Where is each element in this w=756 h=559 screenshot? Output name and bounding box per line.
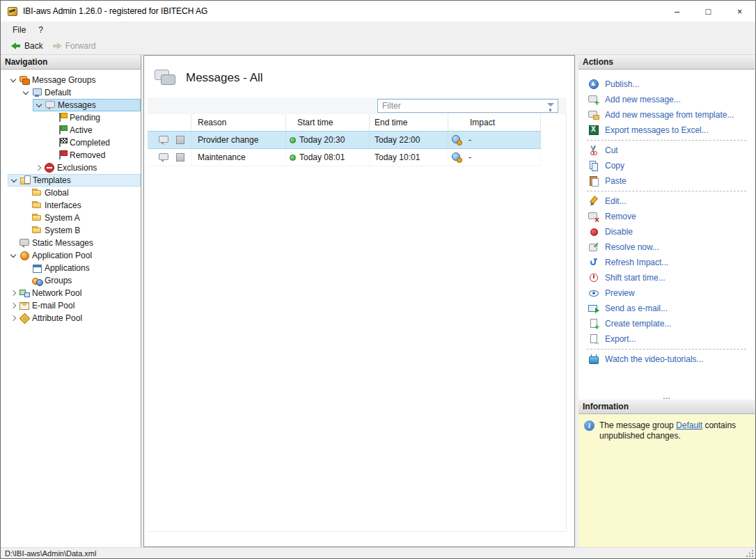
cell-end-time: Today 10:01: [370, 149, 448, 166]
column-header-start-time[interactable]: Start time: [286, 114, 370, 131]
table-row[interactable]: Provider change Today 20:30 Today 22:00 …: [148, 131, 541, 149]
tree-item-label: Global: [42, 188, 69, 198]
filter-input[interactable]: [377, 99, 558, 113]
title-bar: IBI-aws Admin 1.26.0 - registered for IB…: [1, 1, 755, 22]
tree-item-global[interactable]: Global: [1, 187, 141, 199]
tree-item-messages[interactable]: Messages: [1, 99, 141, 111]
action-label: Shift start time...: [599, 273, 666, 283]
actions-panel: Actions Publish... Add new message... Ad…: [578, 55, 755, 400]
maximize-button[interactable]: □: [693, 1, 724, 22]
column-header-end-time[interactable]: End time: [370, 114, 448, 131]
info-text-before: The message group: [599, 420, 676, 430]
refresh-icon: [588, 257, 599, 268]
action-export-to-excel[interactable]: Export messages to Excel...: [578, 123, 755, 138]
action-label: Send as e-mail...: [599, 304, 668, 313]
tree-item-applications[interactable]: Applications: [1, 262, 141, 274]
chevron-down-icon[interactable]: [8, 74, 19, 86]
tree-indent-spacer: [45, 136, 56, 149]
chevron-right-icon[interactable]: [8, 312, 19, 324]
tree-item-attribute-pool[interactable]: Attribute Pool: [1, 312, 141, 324]
tree-item-network-pool[interactable]: Network Pool: [1, 287, 141, 299]
forward-button[interactable]: Forward: [47, 38, 100, 54]
tree-item-templates[interactable]: Templates: [1, 174, 141, 187]
chevron-down-icon[interactable]: [8, 249, 19, 262]
messages-list: Reason Start time End time Impact Provid…: [148, 114, 567, 532]
menu-help[interactable]: ?: [32, 22, 49, 38]
toolbar: Back Forward: [1, 38, 755, 55]
action-refresh-impact[interactable]: Refresh Impact...: [578, 255, 755, 270]
action-cut[interactable]: Cut: [578, 143, 755, 158]
tree-indent-spacer: [20, 199, 31, 212]
action-add-new-message[interactable]: Add new message...: [578, 92, 755, 107]
action-resolve-now[interactable]: Resolve now...: [578, 239, 755, 255]
tree-item-label: Pending: [68, 113, 100, 123]
action-watch-video-tutorials[interactable]: Watch the video-tutorials...: [578, 352, 755, 367]
impact-globe-icon: [452, 134, 463, 145]
action-label: Export messages to Excel...: [599, 125, 709, 135]
chevron-down-icon[interactable]: [8, 174, 19, 187]
folder-icon: [31, 212, 42, 223]
column-header-icons: [148, 114, 191, 131]
separator: [587, 349, 746, 349]
chevron-right-icon[interactable]: [33, 162, 44, 174]
tree-item-exclusions[interactable]: Exclusions: [1, 162, 141, 174]
action-edit[interactable]: Edit...: [578, 194, 755, 209]
actions-overflow[interactable]: ...: [578, 392, 755, 400]
information-body: The message group Default contains unpub…: [578, 414, 755, 547]
action-shift-start-time[interactable]: Shift start time...: [578, 270, 755, 285]
tree-item-default[interactable]: Default: [1, 86, 141, 99]
tree-item-label: Exclusions: [55, 163, 97, 173]
create-template-icon: [588, 318, 599, 329]
tree-item-completed[interactable]: Completed: [1, 136, 141, 149]
impact-globe-icon: [452, 152, 463, 163]
tree-item-groups[interactable]: Groups: [1, 274, 141, 287]
table-row[interactable]: Maintenance Today 08:01 Today 10:01 -: [148, 149, 541, 166]
network-pool-icon: [19, 288, 30, 299]
exclusions-icon: [44, 162, 55, 173]
tree-item-removed[interactable]: Removed: [1, 149, 141, 162]
tree-item-label: Templates: [31, 175, 71, 185]
close-button[interactable]: ×: [724, 1, 755, 22]
tree-item-system-a[interactable]: System A: [1, 212, 141, 224]
action-add-message-from-template[interactable]: Add new message from template...: [578, 107, 755, 123]
applications-icon: [31, 262, 42, 274]
chevron-right-icon[interactable]: [8, 299, 19, 312]
action-label: Copy: [599, 161, 624, 171]
action-paste[interactable]: Paste: [578, 173, 755, 189]
back-button[interactable]: Back: [6, 38, 47, 54]
menu-file[interactable]: File: [6, 22, 32, 38]
tree-indent-spacer: [20, 262, 31, 274]
tree-item-message-groups[interactable]: Message Groups: [1, 74, 141, 86]
column-header-reason[interactable]: Reason: [191, 114, 286, 131]
minimize-button[interactable]: –: [661, 1, 693, 22]
action-export[interactable]: Export...: [578, 331, 755, 347]
tree-item-system-b[interactable]: System B: [1, 224, 141, 237]
column-header-impact[interactable]: Impact: [448, 114, 541, 131]
default-group-link[interactable]: Default: [676, 420, 702, 430]
action-copy[interactable]: Copy: [578, 158, 755, 173]
tree-item-email-pool[interactable]: E-mail Pool: [1, 299, 141, 312]
action-remove[interactable]: Remove: [578, 209, 755, 224]
information-panel: Information The message group Default co…: [578, 400, 755, 547]
action-disable[interactable]: Disable: [578, 224, 755, 239]
resize-grip[interactable]: [746, 549, 754, 558]
tree-item-static-messages[interactable]: Static Messages: [1, 237, 141, 249]
tree-item-pending[interactable]: Pending: [1, 111, 141, 124]
chevron-down-icon[interactable]: [33, 99, 45, 111]
tree-item-label: System A: [42, 213, 80, 223]
forward-label: Forward: [65, 41, 96, 51]
information-text: The message group Default contains unpub…: [599, 420, 747, 541]
filter-funnel-icon[interactable]: [547, 103, 554, 107]
chevron-down-icon[interactable]: [20, 86, 31, 99]
tree-item-active[interactable]: Active: [1, 124, 141, 136]
action-publish[interactable]: Publish...: [578, 77, 755, 92]
tree-item-application-pool[interactable]: Application Pool: [1, 249, 141, 262]
info-icon: [584, 420, 594, 431]
chevron-right-icon[interactable]: [8, 287, 19, 299]
action-preview[interactable]: Preview: [578, 285, 755, 301]
action-create-template[interactable]: Create template...: [578, 316, 755, 331]
action-send-as-email[interactable]: Send as e-mail...: [578, 301, 755, 316]
tree-item-interfaces[interactable]: Interfaces: [1, 199, 141, 212]
action-label: Disable: [599, 227, 633, 237]
cell-impact: -: [468, 135, 471, 145]
